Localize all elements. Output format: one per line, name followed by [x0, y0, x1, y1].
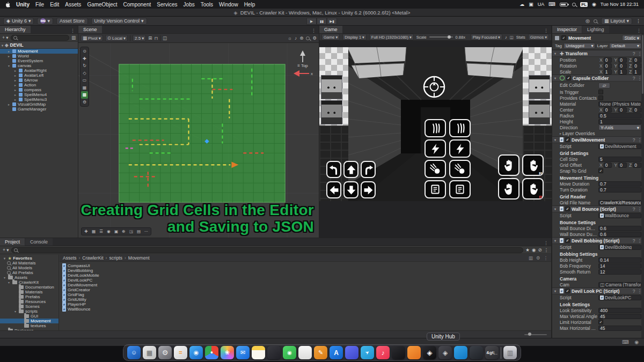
active-checkbox[interactable]: ✓ [561, 35, 566, 40]
project-file[interactable]: GridCreator [62, 287, 548, 292]
game-mode-dropdown[interactable]: Game▾ [321, 34, 340, 40]
folder-item[interactable]: GUI [0, 314, 58, 319]
scene-header-row[interactable]: ▾ ◈ DEVIL [0, 42, 78, 49]
left-hand-button[interactable] [498, 154, 519, 176]
edit-collider-button[interactable]: ▱ [598, 83, 610, 88]
input-source-badge[interactable]: PL [580, 2, 588, 7]
project-file[interactable]: DevilBobbing [62, 268, 548, 273]
breadcrumb-item[interactable]: Movement [122, 255, 150, 261]
right-hand-button[interactable]: R [522, 154, 544, 176]
tab-inspector[interactable]: Inspector [552, 26, 582, 33]
scene-tool-button[interactable]: ▭ [81, 77, 88, 84]
more-icon[interactable]: ⋮ [544, 28, 548, 33]
dock-app-icon[interactable]: ✎ [314, 346, 327, 359]
claw-spell-button[interactable] [425, 119, 446, 137]
snap-to-grid-checkbox[interactable]: ✓ [598, 168, 603, 173]
grid-snap-icon[interactable]: ⊞ [148, 35, 152, 41]
game-render[interactable]: R R [319, 47, 552, 201]
bob-height-field[interactable]: 0.14 [598, 257, 641, 263]
hierarchy-item[interactable]: ▸ SpellMenu3 [0, 97, 78, 102]
grid-size-field[interactable]: 2.5▾ [133, 35, 146, 41]
asset-store-button[interactable]: Asset Store [56, 18, 88, 25]
camera-settings-icon[interactable]: ◫ [163, 35, 167, 41]
display-dropdown[interactable]: Display 1▾ [342, 34, 367, 40]
dock-app-icon[interactable]: ◈ [438, 346, 452, 359]
scene-tool-button[interactable]: ⚙ [81, 99, 88, 106]
expand-arrow[interactable]: ▸ [7, 54, 11, 58]
scene-tool-button[interactable]: ↻ [81, 62, 88, 70]
dock-app-icon[interactable] [407, 346, 421, 359]
expand-arrow[interactable]: ▾ [3, 276, 6, 279]
hierarchy-item[interactable]: EventSystem [0, 58, 78, 63]
grid-file-name-field[interactable]: CrawlerKit/Resources/GridDat [598, 200, 641, 205]
dock-app-icon[interactable]: A [330, 346, 343, 359]
keyboard-status-icon[interactable]: ⌨ [622, 339, 629, 345]
foldout-icon[interactable]: ▾ [554, 138, 558, 142]
expand-arrow[interactable]: ▾ [7, 64, 11, 68]
favorite-search-item[interactable]: All Models [0, 265, 58, 270]
tab-hierarchy[interactable]: Hierarchy [0, 26, 31, 33]
pause-button[interactable]: ▮▮ [317, 18, 327, 25]
create-dropdown[interactable]: + ▾ [2, 35, 9, 40]
wall-bounce-component-header[interactable]: ▾ ✓ Wall Bounce (Script) ?⋮ [552, 205, 644, 212]
gizmos-dropdown-icon[interactable]: ⚙ [312, 35, 317, 41]
expand-arrow[interactable]: ▾ [3, 256, 6, 260]
position-z-field[interactable]: 0 [633, 57, 641, 63]
scene-tool-button[interactable]: ▩ [81, 91, 88, 99]
direction-dropdown[interactable]: Y-Axis▾ [598, 124, 641, 130]
tab-game[interactable]: Game [319, 26, 342, 33]
filter-icon[interactable]: ▥ [71, 35, 76, 40]
folder-item[interactable]: Materials [0, 290, 58, 294]
project-file[interactable]: DevilLookMobile [62, 273, 548, 278]
breadcrumb-item[interactable]: scripts [104, 255, 122, 261]
project-file[interactable]: DevilLookPC [62, 278, 548, 283]
enabled-checkbox[interactable]: ✓ [565, 289, 570, 293]
center-y-field[interactable]: 0 [618, 107, 627, 113]
devilmovement-component-header[interactable]: ▾ ✓ DevilMovement ?⋮ [552, 136, 644, 143]
avatar-portrait[interactable] [321, 75, 342, 99]
avatar-portrait[interactable] [529, 75, 550, 99]
grid-offset-z-field[interactable]: 0 [633, 162, 641, 168]
dock-app-icon[interactable]: ▥ [503, 346, 517, 359]
magnet-snap-icon[interactable]: ⊓ [154, 35, 158, 41]
favorite-search-item[interactable]: All Materials [0, 261, 58, 265]
folder-item[interactable]: ▾ Assets [0, 275, 58, 280]
right-hand-button[interactable]: R [522, 178, 544, 200]
smooth-return-field[interactable]: 12 [598, 269, 641, 275]
position-y-field[interactable]: 0 [618, 57, 627, 63]
more-icon[interactable]: ⋮ [311, 28, 316, 33]
left-hand-button[interactable] [498, 178, 519, 200]
foldout-icon[interactable]: ▾ [554, 76, 558, 80]
scroll-spell-button[interactable] [449, 180, 471, 198]
scene-tool-button[interactable]: ▦ [81, 84, 88, 92]
hierarchy-item[interactable]: ▸ VizualGridMap [0, 102, 78, 107]
shield-status-icon[interactable]: ▣ [529, 2, 533, 7]
camera-object-field[interactable]: ◫Camera (Transform)◎ [598, 282, 641, 287]
stats-button[interactable]: Stats [516, 35, 525, 40]
position-x-field[interactable]: 0 [604, 57, 612, 63]
avatar-portrait[interactable] [321, 100, 342, 124]
provides-contacts-checkbox[interactable] [598, 95, 603, 100]
more-icon[interactable]: ⋮ [544, 255, 548, 261]
scene-audio-icon[interactable]: ♪ [295, 35, 297, 41]
transform-component-header[interactable]: ▾ ✚ Transform ?⋮ [552, 50, 644, 57]
script-object-field[interactable]: WallBounce [598, 213, 641, 218]
turn-left-button[interactable] [326, 161, 341, 178]
dock-app-icon[interactable]: ✉ [236, 346, 250, 359]
hierarchy-item[interactable]: ▸ Movement [0, 49, 78, 54]
foldout-icon[interactable]: ▾ [554, 51, 558, 55]
static-dropdown[interactable]: Static▾ [622, 35, 641, 41]
expand-arrow[interactable]: ▸ [13, 93, 17, 97]
radius-field[interactable]: 0.5 [598, 113, 641, 119]
scene-search-icon[interactable] [306, 36, 310, 40]
menu-item[interactable]: Services [157, 2, 177, 8]
expand-arrow[interactable]: ▾ [2, 43, 3, 47]
settings-icon[interactable]: ⚙ [536, 255, 540, 261]
hidden-packages-icon[interactable]: ◉ [532, 247, 536, 253]
scene-lighting-icon[interactable]: ☼ [288, 35, 292, 41]
scene-fx-icon[interactable]: ⊛ [299, 35, 303, 41]
dock-app-icon[interactable]: ▦ [143, 346, 156, 359]
help-icon[interactable]: ? [633, 76, 635, 81]
more-icon[interactable]: ⋮ [544, 240, 548, 246]
more-icon[interactable]: ⋮ [70, 28, 75, 33]
